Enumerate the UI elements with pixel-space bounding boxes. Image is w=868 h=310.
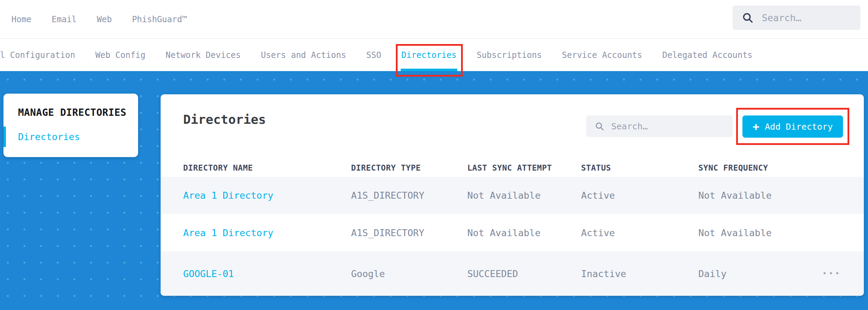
search-icon <box>742 12 754 24</box>
directories-search-box[interactable] <box>586 115 733 137</box>
active-item-indicator <box>3 127 6 147</box>
nav-item-home[interactable]: Home <box>11 15 32 24</box>
sync-frequency-value: Not Available <box>698 190 820 201</box>
last-sync-value: Not Available <box>467 227 581 238</box>
directories-table: DIRECTORY NAME DIRECTORY TYPE LAST SYNC … <box>161 158 864 296</box>
tab-label: Network Devices <box>165 50 241 60</box>
table-row: Area 1 Directory A1S_DIRECTORY Not Avail… <box>161 177 864 214</box>
settings-tab-bar: l Configuration Web Config Network Devic… <box>0 39 868 71</box>
directories-panel: Directories + Add Directory DIRECTORY NA… <box>161 94 864 296</box>
global-search-box[interactable] <box>733 6 860 30</box>
nav-item-phishguard[interactable]: PhishGuard™ <box>132 15 187 24</box>
active-tab-underline <box>401 69 457 71</box>
tab-label: Delegated Accounts <box>662 50 752 60</box>
tab-subscriptions[interactable]: Subscriptions <box>477 39 542 71</box>
add-directory-label: Add Directory <box>765 122 833 132</box>
directory-name-link[interactable]: Area 1 Directory <box>183 190 351 201</box>
tab-label: Directories <box>401 50 457 60</box>
tab-delegated-accounts[interactable]: Delegated Accounts <box>662 39 752 71</box>
tab-label: l Configuration <box>0 50 75 60</box>
tab-web-config[interactable]: Web Config <box>95 39 146 71</box>
nav-item-email[interactable]: Email <box>52 15 77 24</box>
directory-name-link[interactable]: Area 1 Directory <box>183 227 351 238</box>
tab-label: Users and Actions <box>261 50 346 60</box>
sync-frequency-value: Not Available <box>698 227 820 238</box>
overflow-menu-icon[interactable]: ••• <box>822 270 841 277</box>
column-header-last-sync-attempt: LAST SYNC ATTEMPT <box>467 163 581 172</box>
directory-type-value: A1S_DIRECTORY <box>351 190 467 201</box>
column-header-directory-name: DIRECTORY NAME <box>183 163 351 172</box>
table-header-row: DIRECTORY NAME DIRECTORY TYPE LAST SYNC … <box>161 158 864 177</box>
sidebar-item-label: Directories <box>18 131 80 142</box>
tab-directories[interactable]: Directories <box>401 39 457 71</box>
table-row: GOOGLE-01 Google SUCCEEDED Inactive Dail… <box>161 251 864 296</box>
tab-configuration[interactable]: l Configuration <box>0 39 75 71</box>
search-icon <box>595 121 604 131</box>
status-value: Inactive <box>581 268 698 279</box>
tab-network-devices[interactable]: Network Devices <box>165 39 241 71</box>
add-directory-button[interactable]: + Add Directory <box>742 115 843 138</box>
tab-users-and-actions[interactable]: Users and Actions <box>261 39 346 71</box>
top-nav-items: Home Email Web PhishGuard™ <box>11 15 187 24</box>
directory-type-value: Google <box>351 268 467 279</box>
directory-name-link[interactable]: GOOGLE-01 <box>183 268 351 279</box>
table-row: Area 1 Directory A1S_DIRECTORY Not Avail… <box>161 214 864 251</box>
column-header-directory-type: DIRECTORY TYPE <box>351 163 467 172</box>
sidebar-item-directories[interactable]: Directories <box>3 128 138 146</box>
status-value: Active <box>581 190 698 201</box>
last-sync-value: Not Available <box>467 190 581 201</box>
last-sync-value: SUCCEEDED <box>467 268 581 279</box>
plus-icon: + <box>753 121 759 132</box>
sync-frequency-value: Daily <box>698 268 820 279</box>
directory-type-value: A1S_DIRECTORY <box>351 227 467 238</box>
nav-item-web[interactable]: Web <box>97 15 112 24</box>
tab-sso[interactable]: SSO <box>366 39 381 71</box>
tab-label: Web Config <box>95 50 146 60</box>
top-nav: Home Email Web PhishGuard™ <box>0 0 868 39</box>
global-search-input[interactable] <box>762 12 845 23</box>
column-header-sync-frequency: SYNC FREQUENCY <box>698 163 820 172</box>
tab-label: Service Accounts <box>562 50 642 60</box>
column-header-status: STATUS <box>581 163 698 172</box>
manage-directories-card: MANAGE DIRECTORIES Directories <box>3 94 138 157</box>
tab-label: SSO <box>366 50 381 60</box>
sidebar-title: MANAGE DIRECTORIES <box>18 107 138 118</box>
tab-service-accounts[interactable]: Service Accounts <box>562 39 642 71</box>
directories-search-input[interactable] <box>611 121 708 131</box>
tab-label: Subscriptions <box>477 50 542 60</box>
status-value: Active <box>581 227 698 238</box>
page-title: Directories <box>183 112 266 127</box>
